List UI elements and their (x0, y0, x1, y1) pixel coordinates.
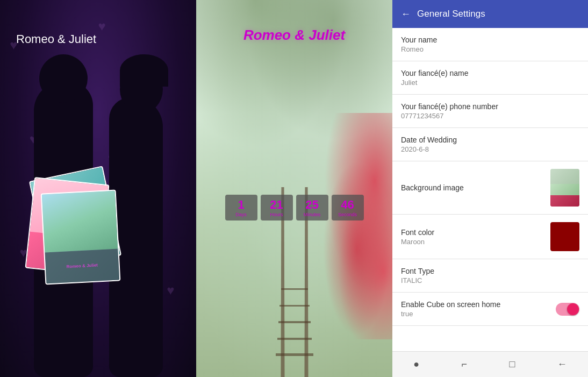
toggle-track (556, 303, 579, 316)
setting-fiance-phone-text: Your fiancé(e) phone number 07771234567 (401, 102, 579, 120)
fiance-phone-value: 07771234567 (401, 112, 579, 120)
photo-label: Romeo & Juliet (67, 263, 98, 269)
countdown-hours: 21 Hours (261, 195, 293, 220)
countdown-seconds: 46 Seconds (332, 195, 364, 220)
photo-stack: 👟 jailuL & oamoЯ couple Romeo & Juliet (32, 173, 140, 291)
settings-body[interactable]: Your name Romeo Your fiancé(e) name Juli… (392, 28, 588, 351)
fiance-name-value: Juliet (401, 79, 579, 87)
nav-back-icon[interactable]: ⌐ (462, 359, 468, 370)
font-type-label: Font Type (401, 267, 579, 275)
nav-dot-icon[interactable]: ● (413, 359, 419, 370)
wedding-date-value: 2020-6-8 (401, 145, 579, 153)
setting-bg-image[interactable]: Background image (392, 161, 588, 215)
left-panel: ♥ ♥ ♥ ♥ ♥ ♥ ♥ ♥ ♥ ♥ ♥ ♥ Romeo & Juliet (0, 0, 196, 377)
your-name-value: Romeo (401, 45, 579, 53)
enable-cube-toggle[interactable] (556, 303, 579, 316)
middle-panel: Romeo & Juliet 1 Days 21 Hours 25 Minute… (196, 0, 392, 377)
head-left (39, 54, 88, 103)
nav-bar: ● ⌐ □ ← (392, 351, 588, 377)
settings-header: ← General Settings (392, 0, 588, 28)
font-type-value: ITALIC (401, 276, 579, 284)
fiance-phone-label: Your fiancé(e) phone number (401, 102, 579, 111)
enable-cube-label: Enable Cube on screen home (401, 300, 556, 309)
setting-bg-image-text: Background image (401, 183, 550, 192)
bg-image-label: Background image (401, 183, 550, 192)
left-title: Romeo & Juliet (16, 32, 96, 46)
setting-fiance-name-text: Your fiancé(e) name Juliet (401, 69, 579, 87)
setting-enable-cube[interactable]: Enable Cube on screen home true (392, 293, 588, 326)
setting-fiance-phone[interactable]: Your fiancé(e) phone number 07771234567 (392, 95, 588, 128)
setting-font-type-text: Font Type ITALIC (401, 267, 579, 284)
setting-font-color[interactable]: Font color Maroon (392, 215, 588, 259)
setting-font-type[interactable]: Font Type ITALIC (392, 259, 588, 293)
font-color-swatch[interactable] (550, 222, 579, 251)
right-panel: ← General Settings Your name Romeo Your … (392, 0, 588, 377)
setting-wedding-date[interactable]: Date of Wedding 2020-6-8 (392, 128, 588, 161)
setting-your-name-text: Your name Romeo (401, 35, 579, 53)
nav-arrow-icon[interactable]: ← (557, 359, 567, 370)
settings-title: General Settings (417, 9, 485, 19)
font-color-value: Maroon (401, 238, 550, 246)
countdown-container: 1 Days 21 Hours 25 Minutes 46 Seconds (225, 195, 364, 220)
countdown-days: 1 Days (225, 195, 257, 220)
your-name-label: Your name (401, 35, 579, 44)
middle-title: Romeo & Juliet (196, 27, 392, 44)
bg-image-thumbnail[interactable] (550, 169, 579, 207)
back-button[interactable]: ← (401, 9, 411, 20)
photo-card-3: Romeo & Juliet (41, 189, 121, 284)
countdown-minutes: 25 Minutes (296, 195, 328, 220)
setting-wedding-date-text: Date of Wedding 2020-6-8 (401, 136, 579, 153)
setting-enable-cube-text: Enable Cube on screen home true (401, 300, 556, 318)
hair-right (120, 54, 168, 87)
setting-font-color-text: Font color Maroon (401, 228, 550, 246)
nav-square-icon[interactable]: □ (509, 359, 515, 370)
font-color-label: Font color (401, 228, 550, 237)
setting-your-name[interactable]: Your name Romeo (392, 28, 588, 61)
fiance-name-label: Your fiancé(e) name (401, 69, 579, 77)
enable-cube-value: true (401, 310, 556, 318)
wedding-date-label: Date of Wedding (401, 136, 579, 144)
toggle-thumb (567, 303, 579, 315)
setting-fiance-name[interactable]: Your fiancé(e) name Juliet (392, 61, 588, 95)
